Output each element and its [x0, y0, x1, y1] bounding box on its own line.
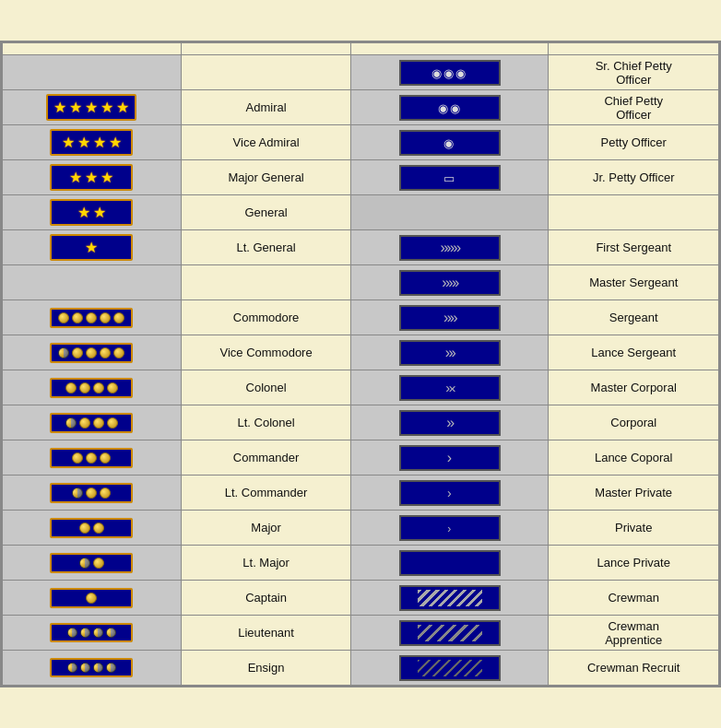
table-row: Vice Commodore»›Lance Sergeant — [3, 335, 719, 370]
table-row: Lt. Colonel»Corporal — [3, 405, 719, 440]
rank-cell-right: Jr. Petty Officer — [549, 160, 719, 195]
insignia-cell-left: ★★★★ — [3, 125, 182, 160]
rank-cell-left: Vice Admiral — [181, 125, 350, 160]
insignia-cell-right — [351, 195, 549, 230]
table-row: »»›Master Sergeant — [3, 265, 719, 300]
insignia-cell-right: » — [351, 405, 549, 440]
rank-cell-right: Petty Officer — [549, 125, 719, 160]
insignia-cell-right: »» — [351, 300, 549, 335]
insignia-cell-left — [3, 265, 182, 300]
insignia-cell-left — [3, 370, 182, 405]
rank-cell-right: Corporal — [549, 405, 719, 440]
insignia-cell-right: ◉◉◉ — [351, 55, 549, 90]
header-rank-right — [549, 43, 719, 55]
header-insignia-left — [3, 43, 182, 55]
insignia-cell-right: ▭ — [351, 160, 549, 195]
table-row: Major›Private — [3, 511, 719, 546]
rank-cell-left — [181, 265, 350, 300]
table-row: Commander›Lance Coporal — [3, 440, 719, 476]
insignia-cell-right — [351, 616, 549, 651]
rank-cell-right: Lance Private — [549, 546, 719, 581]
insignia-cell-left — [3, 335, 182, 370]
rank-cell-left: Lt. Commander — [181, 476, 350, 511]
header-insignia-right — [351, 43, 549, 55]
rank-cell-left: Lt. Colonel — [181, 405, 350, 440]
table-row: EnsignCrewman Recruit — [3, 651, 719, 686]
rank-cell-left — [181, 55, 350, 90]
rank-cell-left: Ensign — [181, 651, 350, 686]
rank-cell-left: Commodore — [181, 300, 350, 335]
rank-cell-right — [549, 195, 719, 230]
rank-table: ◉◉◉Sr. Chief PettyOfficer★★★★★Admiral◉◉C… — [2, 42, 719, 686]
table-row: ★★★★Vice Admiral◉Petty Officer — [3, 125, 719, 160]
insignia-cell-right — [351, 581, 549, 616]
insignia-cell-right: ◉◉ — [351, 90, 549, 125]
insignia-cell-right: »› — [351, 335, 549, 370]
rank-cell-left: Lieutenant — [181, 616, 350, 651]
insignia-cell-left — [3, 581, 182, 616]
rank-cell-right: Private — [549, 511, 719, 546]
insignia-cell-left: ★ — [3, 230, 182, 265]
rank-cell-left: Colonel — [181, 370, 350, 405]
table-row: ◉◉◉Sr. Chief PettyOfficer — [3, 55, 719, 90]
rank-cell-left: Major — [181, 511, 350, 546]
rank-cell-right: Sergeant — [549, 300, 719, 335]
insignia-cell-left — [3, 440, 182, 476]
rank-cell-right: Sr. Chief PettyOfficer — [549, 55, 719, 90]
rank-cell-left: General — [181, 195, 350, 230]
rank-cell-right: First Sergeant — [549, 230, 719, 265]
rank-cell-right: Lance Sergeant — [549, 335, 719, 370]
rank-table-wrapper: ◉◉◉Sr. Chief PettyOfficer★★★★★Admiral◉◉C… — [0, 41, 721, 687]
insignia-cell-right: ◉ — [351, 125, 549, 160]
rank-cell-left: Vice Commodore — [181, 335, 350, 370]
rank-cell-right: Lance Coporal — [549, 440, 719, 476]
rank-cell-left: Lt. Major — [181, 546, 350, 581]
insignia-cell-right: › — [351, 511, 549, 546]
insignia-cell-right: »»» — [351, 230, 549, 265]
table-row: Lt. Commander›Master Private — [3, 476, 719, 511]
insignia-cell-left — [3, 405, 182, 440]
rank-cell-left: Lt. General — [181, 230, 350, 265]
insignia-cell-right — [351, 651, 549, 686]
insignia-cell-left — [3, 616, 182, 651]
table-row: LieutenantCrewmanApprentice — [3, 616, 719, 651]
insignia-cell-left: ★★★★★ — [3, 90, 182, 125]
table-row: ★★General — [3, 195, 719, 230]
insignia-cell-left: ★★★ — [3, 160, 182, 195]
rank-cell-left: Admiral — [181, 90, 350, 125]
insignia-cell-left — [3, 300, 182, 335]
insignia-cell-left: ★★ — [3, 195, 182, 230]
rank-cell-right: Chief PettyOfficer — [549, 90, 719, 125]
rank-cell-right: Crewman Recruit — [549, 651, 719, 686]
rank-cell-left: Commander — [181, 440, 350, 476]
insignia-cell-right: »»› — [351, 265, 549, 300]
rank-cell-right: Master Private — [549, 476, 719, 511]
table-row: Commodore»»Sergeant — [3, 300, 719, 335]
insignia-cell-left — [3, 651, 182, 686]
table-row: CaptainCrewman — [3, 581, 719, 616]
table-row: Lt. MajorLance Private — [3, 546, 719, 581]
insignia-cell-left — [3, 55, 182, 90]
rank-cell-right: Master Corporal — [549, 370, 719, 405]
rank-cell-right: Crewman — [549, 581, 719, 616]
insignia-cell-right: »‹ — [351, 370, 549, 405]
rank-cell-right: Master Sergeant — [549, 265, 719, 300]
insignia-cell-left — [3, 476, 182, 511]
insignia-cell-right: › — [351, 440, 549, 476]
rank-cell-left: Captain — [181, 581, 350, 616]
rank-cell-right: CrewmanApprentice — [549, 616, 719, 651]
insignia-cell-left — [3, 511, 182, 546]
table-row: ★Lt. General»»»First Sergeant — [3, 230, 719, 265]
insignia-cell-left — [3, 546, 182, 581]
insignia-cell-right: › — [351, 476, 549, 511]
insignia-cell-right — [351, 546, 549, 581]
table-row: ★★★Major General▭Jr. Petty Officer — [3, 160, 719, 195]
header-rank-left — [181, 43, 350, 55]
table-row: Colonel»‹Master Corporal — [3, 370, 719, 405]
table-row: ★★★★★Admiral◉◉Chief PettyOfficer — [3, 90, 719, 125]
rank-cell-left: Major General — [181, 160, 350, 195]
